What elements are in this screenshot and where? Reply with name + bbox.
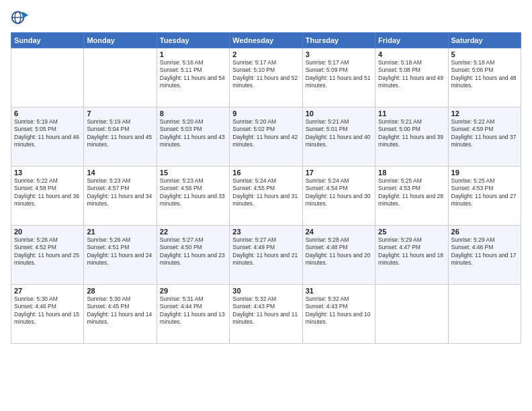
day-info: Sunrise: 5:24 AMSunset: 4:54 PMDaylight:… (306, 177, 372, 208)
day-info: Sunrise: 5:19 AMSunset: 5:05 PMDaylight:… (14, 118, 81, 149)
day-info: Sunrise: 5:29 AMSunset: 4:46 PMDaylight:… (451, 236, 518, 267)
calendar-week-row: 1Sunrise: 5:16 AMSunset: 5:11 PMDaylight… (11, 48, 521, 107)
day-info: Sunrise: 5:20 AMSunset: 5:02 PMDaylight:… (232, 118, 299, 149)
day-info: Sunrise: 5:22 AMSunset: 4:59 PMDaylight:… (451, 118, 518, 149)
table-row: 8Sunrise: 5:20 AMSunset: 5:03 PMDaylight… (157, 107, 229, 167)
table-row (375, 285, 448, 344)
day-info: Sunrise: 5:26 AMSunset: 4:52 PMDaylight:… (14, 236, 81, 267)
day-number: 15 (160, 169, 226, 177)
col-saturday: Saturday (448, 33, 521, 48)
table-row (84, 48, 157, 107)
day-number: 26 (451, 228, 518, 236)
day-number: 27 (14, 287, 81, 295)
day-number: 22 (160, 228, 226, 236)
table-row: 26Sunrise: 5:29 AMSunset: 4:46 PMDayligh… (448, 226, 521, 285)
day-info: Sunrise: 5:31 AMSunset: 4:44 PMDaylight:… (160, 295, 226, 326)
table-row: 7Sunrise: 5:19 AMSunset: 5:04 PMDaylight… (84, 107, 157, 167)
day-info: Sunrise: 5:28 AMSunset: 4:48 PMDaylight:… (306, 236, 372, 267)
day-number: 18 (378, 169, 445, 177)
day-number: 20 (14, 228, 81, 236)
day-info: Sunrise: 5:23 AMSunset: 4:56 PMDaylight:… (160, 177, 226, 208)
calendar-table: Sunday Monday Tuesday Wednesday Thursday… (11, 32, 521, 344)
day-info: Sunrise: 5:23 AMSunset: 4:57 PMDaylight:… (87, 177, 153, 208)
day-number: 21 (87, 228, 153, 236)
day-number: 8 (160, 109, 226, 118)
table-row: 5Sunrise: 5:18 AMSunset: 5:06 PMDaylight… (448, 48, 521, 107)
day-number: 13 (14, 169, 81, 177)
day-number: 16 (232, 169, 299, 177)
col-wednesday: Wednesday (230, 33, 302, 48)
col-friday: Friday (375, 33, 448, 48)
day-number: 19 (451, 169, 518, 177)
day-number: 29 (160, 287, 226, 295)
logo (11, 8, 32, 27)
col-sunday: Sunday (11, 33, 84, 48)
day-info: Sunrise: 5:19 AMSunset: 5:04 PMDaylight:… (87, 118, 153, 149)
table-row: 13Sunrise: 5:22 AMSunset: 4:58 PMDayligh… (11, 167, 84, 226)
day-number: 31 (306, 287, 372, 295)
col-monday: Monday (84, 33, 157, 48)
calendar-week-row: 27Sunrise: 5:30 AMSunset: 4:46 PMDayligh… (11, 285, 521, 344)
table-row: 25Sunrise: 5:29 AMSunset: 4:47 PMDayligh… (375, 226, 448, 285)
day-info: Sunrise: 5:17 AMSunset: 5:10 PMDaylight:… (232, 59, 299, 90)
day-number: 24 (306, 228, 372, 236)
day-number: 5 (451, 50, 518, 58)
day-number: 3 (306, 50, 372, 58)
day-info: Sunrise: 5:18 AMSunset: 5:06 PMDaylight:… (451, 59, 518, 90)
table-row: 27Sunrise: 5:30 AMSunset: 4:46 PMDayligh… (11, 285, 84, 344)
table-row: 21Sunrise: 5:26 AMSunset: 4:51 PMDayligh… (84, 226, 157, 285)
day-info: Sunrise: 5:21 AMSunset: 5:01 PMDaylight:… (306, 118, 372, 149)
day-number: 10 (306, 109, 372, 118)
table-row: 22Sunrise: 5:27 AMSunset: 4:50 PMDayligh… (157, 226, 229, 285)
table-row: 9Sunrise: 5:20 AMSunset: 5:02 PMDaylight… (230, 107, 302, 167)
col-tuesday: Tuesday (157, 33, 229, 48)
day-info: Sunrise: 5:27 AMSunset: 4:49 PMDaylight:… (232, 236, 299, 267)
calendar-header-row: Sunday Monday Tuesday Wednesday Thursday… (11, 33, 521, 48)
day-number: 6 (14, 109, 81, 118)
day-number: 17 (306, 169, 372, 177)
table-row: 1Sunrise: 5:16 AMSunset: 5:11 PMDaylight… (157, 48, 229, 107)
day-info: Sunrise: 5:27 AMSunset: 4:50 PMDaylight:… (160, 236, 226, 267)
day-info: Sunrise: 5:22 AMSunset: 4:58 PMDaylight:… (14, 177, 81, 208)
table-row: 30Sunrise: 5:32 AMSunset: 4:43 PMDayligh… (230, 285, 302, 344)
day-info: Sunrise: 5:25 AMSunset: 4:53 PMDaylight:… (451, 177, 518, 208)
table-row: 19Sunrise: 5:25 AMSunset: 4:53 PMDayligh… (448, 167, 521, 226)
page: Sunday Monday Tuesday Wednesday Thursday… (0, 0, 532, 411)
day-info: Sunrise: 5:21 AMSunset: 5:00 PMDaylight:… (378, 118, 445, 149)
day-info: Sunrise: 5:26 AMSunset: 4:51 PMDaylight:… (87, 236, 153, 267)
day-number: 9 (232, 109, 299, 118)
day-number: 11 (378, 109, 445, 118)
day-number: 4 (378, 50, 445, 58)
day-number: 28 (87, 287, 153, 295)
day-info: Sunrise: 5:25 AMSunset: 4:53 PMDaylight:… (378, 177, 445, 208)
day-number: 23 (232, 228, 299, 236)
day-info: Sunrise: 5:30 AMSunset: 4:45 PMDaylight:… (87, 295, 153, 326)
calendar-week-row: 20Sunrise: 5:26 AMSunset: 4:52 PMDayligh… (11, 226, 521, 285)
svg-marker-4 (23, 11, 29, 19)
table-row: 4Sunrise: 5:18 AMSunset: 5:08 PMDaylight… (375, 48, 448, 107)
table-row: 31Sunrise: 5:32 AMSunset: 4:43 PMDayligh… (302, 285, 375, 344)
day-number: 30 (232, 287, 299, 295)
header (11, 8, 521, 27)
table-row: 29Sunrise: 5:31 AMSunset: 4:44 PMDayligh… (157, 285, 229, 344)
day-info: Sunrise: 5:17 AMSunset: 5:09 PMDaylight:… (306, 59, 372, 90)
calendar-week-row: 13Sunrise: 5:22 AMSunset: 4:58 PMDayligh… (11, 167, 521, 226)
table-row: 23Sunrise: 5:27 AMSunset: 4:49 PMDayligh… (230, 226, 302, 285)
day-number: 1 (160, 50, 226, 58)
day-info: Sunrise: 5:20 AMSunset: 5:03 PMDaylight:… (160, 118, 226, 149)
table-row: 20Sunrise: 5:26 AMSunset: 4:52 PMDayligh… (11, 226, 84, 285)
day-number: 14 (87, 169, 153, 177)
table-row: 16Sunrise: 5:24 AMSunset: 4:55 PMDayligh… (230, 167, 302, 226)
day-info: Sunrise: 5:32 AMSunset: 4:43 PMDaylight:… (232, 295, 299, 326)
col-thursday: Thursday (302, 33, 375, 48)
table-row: 15Sunrise: 5:23 AMSunset: 4:56 PMDayligh… (157, 167, 229, 226)
table-row (11, 48, 84, 107)
table-row: 11Sunrise: 5:21 AMSunset: 5:00 PMDayligh… (375, 107, 448, 167)
day-number: 25 (378, 228, 445, 236)
table-row: 17Sunrise: 5:24 AMSunset: 4:54 PMDayligh… (302, 167, 375, 226)
table-row: 12Sunrise: 5:22 AMSunset: 4:59 PMDayligh… (448, 107, 521, 167)
day-info: Sunrise: 5:30 AMSunset: 4:46 PMDaylight:… (14, 295, 81, 326)
calendar-week-row: 6Sunrise: 5:19 AMSunset: 5:05 PMDaylight… (11, 107, 521, 167)
table-row: 2Sunrise: 5:17 AMSunset: 5:10 PMDaylight… (230, 48, 302, 107)
table-row: 3Sunrise: 5:17 AMSunset: 5:09 PMDaylight… (302, 48, 375, 107)
